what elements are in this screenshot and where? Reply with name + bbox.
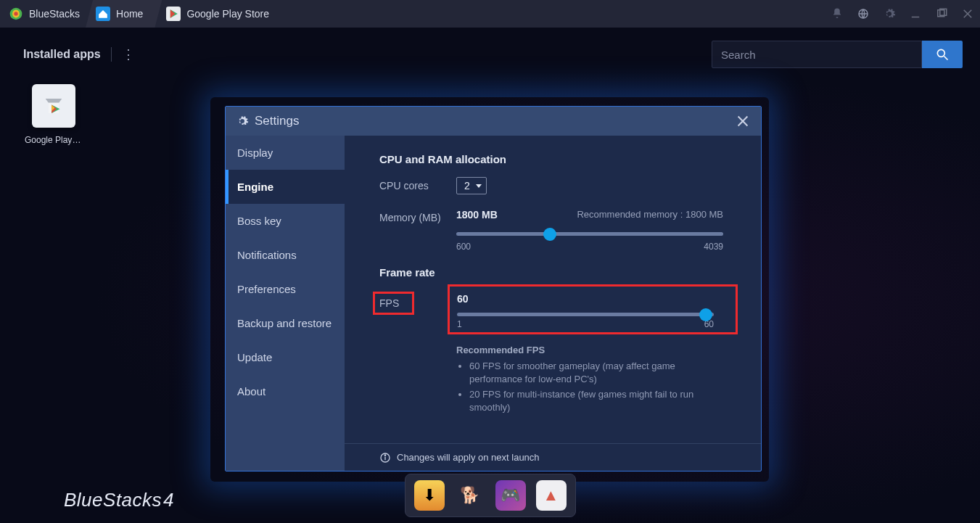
fps-rec-item: 20 FPS for multi-instance (few games mig… — [469, 388, 701, 413]
svg-point-0 — [14, 12, 17, 15]
footer-note: Changes will apply on next launch — [397, 452, 540, 463]
fps-label: FPS — [373, 292, 414, 315]
fps-slider-thumb[interactable] — [699, 308, 712, 321]
sidebar-item-preferences[interactable]: Preferences — [226, 272, 345, 306]
window-controls — [831, 0, 974, 28]
fps-value: 60 — [457, 293, 469, 305]
fps-recommended-title: Recommended FPS — [456, 345, 736, 355]
app-body: Installed apps ⋮ Google Play Store Setti… — [0, 28, 980, 523]
app-tile-playstore[interactable]: Google Play Store — [25, 84, 83, 145]
bell-icon[interactable] — [831, 7, 844, 20]
titlebar: BlueStacks Home Google Play Store — [0, 0, 980, 28]
memory-max: 4039 — [704, 242, 723, 252]
tab-home[interactable]: Home — [86, 0, 162, 28]
sidebar-item-update[interactable]: Update — [226, 340, 345, 374]
topbar: Installed apps ⋮ — [0, 28, 980, 77]
search-icon — [935, 47, 950, 62]
dock-app-4[interactable]: ▲ — [536, 480, 567, 511]
tab-playstore[interactable]: Google Play Store — [156, 0, 288, 28]
dock-app-1[interactable]: ⬇ — [414, 480, 445, 511]
svg-point-9 — [937, 49, 944, 57]
dock-app-3[interactable]: 🎮 — [495, 480, 526, 511]
gear-icon — [236, 115, 249, 128]
memory-slider-thumb[interactable] — [543, 228, 556, 241]
svg-point-15 — [384, 455, 385, 456]
minimize-button[interactable] — [909, 7, 922, 20]
dock: ⬇ 🐕 🎮 ▲ — [405, 474, 576, 517]
info-icon — [379, 452, 391, 464]
app-tile-icon — [32, 84, 75, 128]
settings-header: Settings — [226, 107, 761, 136]
search-input[interactable] — [712, 41, 922, 68]
memory-slider[interactable] — [456, 232, 723, 236]
bluestacks-logo-icon — [9, 7, 23, 21]
fps-min: 1 — [457, 319, 462, 329]
fps-highlight: 60 1 60 — [448, 284, 738, 334]
fps-slider[interactable] — [457, 313, 714, 316]
settings-sidebar: Display Engine Boss key Notifications Pr… — [226, 136, 345, 471]
memory-label: Memory (MB) — [379, 209, 456, 223]
gear-icon[interactable] — [883, 7, 896, 20]
memory-value: 1800 MB — [456, 209, 498, 221]
sidebar-item-about[interactable]: About — [226, 374, 345, 408]
cpu-cores-select[interactable]: 2 — [456, 177, 487, 194]
maximize-button[interactable] — [935, 7, 948, 20]
titlebar-tabs: Home Google Play Store — [91, 0, 288, 28]
search-button[interactable] — [922, 41, 963, 68]
app-tile-label: Google Play Store — [25, 135, 83, 145]
sidebar-item-engine[interactable]: Engine — [226, 170, 345, 204]
settings-footer: Changes will apply on next launch — [345, 443, 761, 471]
cpu-cores-value: 2 — [464, 180, 470, 192]
settings-modal: Settings Display Engine Boss key Notific… — [225, 106, 762, 471]
titlebar-brand-text: BlueStacks — [29, 8, 80, 20]
sidebar-item-bosskey[interactable]: Boss key — [226, 204, 345, 238]
home-icon — [96, 7, 110, 21]
globe-icon[interactable] — [857, 7, 870, 20]
tab-label: Home — [116, 8, 143, 20]
framerate-heading: Frame rate — [379, 266, 736, 279]
titlebar-brand: BlueStacks — [0, 0, 91, 28]
settings-content: CPU and RAM allocation CPU cores 2 Memor… — [345, 136, 761, 471]
playstore-icon — [166, 7, 181, 21]
close-icon[interactable] — [735, 113, 751, 129]
sidebar-item-notifications[interactable]: Notifications — [226, 238, 345, 272]
sidebar-item-display[interactable]: Display — [226, 136, 345, 170]
memory-recommended: Recommended memory : 1800 MB — [577, 209, 723, 221]
svg-line-10 — [944, 57, 948, 60]
more-icon[interactable]: ⋮ — [122, 46, 135, 62]
page-title: Installed apps — [23, 48, 101, 61]
fps-recommended-list: 60 FPS for smoother gameplay (may affect… — [456, 360, 736, 413]
sidebar-item-backup[interactable]: Backup and restore — [226, 306, 345, 340]
search-wrap — [712, 41, 963, 68]
dock-app-2[interactable]: 🐕 — [455, 480, 485, 511]
tab-label: Google Play Store — [186, 8, 269, 20]
cpu-cores-label: CPU cores — [379, 177, 456, 192]
close-button[interactable] — [961, 7, 974, 20]
memory-min: 600 — [456, 242, 471, 252]
cpu-ram-heading: CPU and RAM allocation — [379, 153, 736, 165]
chevron-down-icon — [476, 184, 482, 188]
footer-brand: BlueStacks4 — [62, 489, 174, 511]
fps-rec-item: 60 FPS for smoother gameplay (may affect… — [469, 360, 701, 385]
divider — [111, 47, 112, 62]
settings-title: Settings — [255, 114, 299, 128]
